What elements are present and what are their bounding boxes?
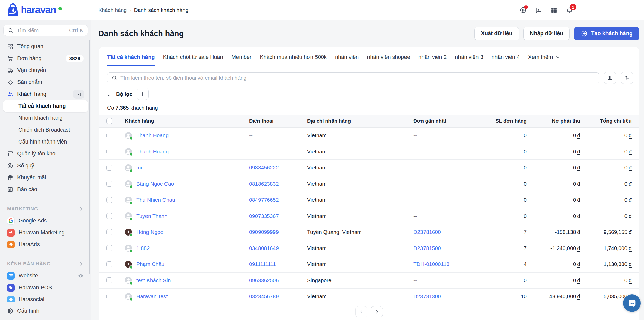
phone-cell[interactable]: 0933456222 [249,165,307,171]
sidebar-item-s-qu[interactable]: Sổ quỹ [0,160,91,172]
last-order-cell[interactable]: D23781500 [413,245,475,251]
tab-nh-n-vi-n-2[interactable]: nhân viên 2 [418,48,447,66]
sidebar-section-marketing: MARKETING [0,203,91,215]
phone-cell[interactable]: 0348081649 [249,245,307,251]
sidebar-item-s-n-ph-m[interactable]: Sản phẩm [0,76,91,88]
tab-t-t-c-kh-ch-h-ng[interactable]: Tất cả khách hàng [107,48,155,66]
tab-nh-n-vi-n-shopee[interactable]: nhân viên shopee [367,48,410,66]
sidebar-item-website[interactable]: Website [0,270,91,282]
select-all-checkbox[interactable] [106,118,112,124]
feedback-message-button[interactable] [535,7,542,14]
sidebar-item-n-h-ng[interactable]: Đơn hàng3826 [0,52,91,64]
customer-name-link[interactable]: Tuyen Thanh [136,213,168,219]
sidebar-subitem-nh-m-kh-ch-h-ng[interactable]: Nhóm khách hàng [0,112,91,124]
customer-name-link[interactable]: test Khách Sin [136,277,171,283]
customer-name-link[interactable]: Haravan Test [136,293,168,299]
customer-name-link[interactable]: Hồng Ngọc [136,229,163,235]
customer-name-link[interactable]: Thanh Hoang [136,132,169,138]
sidebar-item-label: Đơn hàng [17,55,66,62]
phone-cell[interactable]: 0909099999 [249,229,307,235]
row-checkbox[interactable] [106,277,112,283]
row-checkbox[interactable] [106,165,112,171]
row-checkbox[interactable] [106,133,112,138]
sidebar-item-harasocial[interactable]: Harasocial [0,294,91,302]
sidebar-subitem-t-t-c-kh-ch-h-ng[interactable]: Tất cả khách hàng [3,100,88,112]
nh-p-d-li-u-button[interactable]: Nhập dữ liệu [523,27,570,40]
xu-t-d-li-u-button[interactable]: Xuất dữ liệu [474,27,519,40]
sidebar-scrollbar[interactable] [89,40,90,274]
haravan-logo[interactable]: haravan [6,3,62,17]
chevron-right-icon[interactable] [79,261,84,266]
row-checkbox[interactable] [106,149,112,154]
tab-member[interactable]: Member [231,48,251,66]
add-filter-button[interactable] [137,88,149,100]
customer-name-link[interactable]: Thu Nhien Chau [136,197,175,203]
customer-name-link[interactable]: Bâng Ngọc Cao [136,181,174,187]
customer-search-input[interactable]: Tìm kiếm theo tên, số điện thoại và emai… [107,72,599,83]
order-count-cell: 4 [475,261,527,267]
sidebar-item-haravan-marketing[interactable]: Haravan Marketing [0,227,91,239]
customer-name-link[interactable]: Thanh Hoang [136,149,169,155]
phone-cell[interactable]: 0907335367 [249,213,307,219]
phone-cell[interactable]: 0911111111 [249,261,307,267]
sidebar-item-google-ads[interactable]: Google Ads [0,215,91,227]
phone-cell[interactable]: 0323456789 [249,293,307,299]
debt-cell: 0đ [527,181,580,187]
sidebar-item-khuy-n-m-i[interactable]: Khuyến mãi [0,172,91,184]
customer-name-link[interactable]: Phạm Châu [136,261,164,267]
tab-label: Xem thêm [528,54,553,60]
sidebar-item-v-n-chuy-n[interactable]: Vận chuyển [0,64,91,76]
tab-kh-ch-mua-nhi-u-h-n-500k[interactable]: Khách mua nhiều hơn 500k [260,48,327,66]
row-checkbox[interactable] [106,181,112,187]
customer-name-link[interactable]: mi [136,165,142,171]
column-header-i-n-tho-i: Điện thoại [249,118,307,124]
row-checkbox[interactable] [106,294,112,299]
sidebar-item-settings[interactable]: Cấu hình [0,302,91,320]
breadcrumb-parent[interactable]: Khách hàng [98,7,127,13]
sort-button[interactable] [621,72,633,84]
order-count-cell: 0 [475,165,527,171]
chat-widget-button[interactable] [623,294,641,312]
row-checkbox[interactable] [106,197,112,203]
pagination-next-button[interactable] [371,306,383,317]
notifications-bell-button[interactable]: 1 [566,7,573,14]
sidebar-item-haraads[interactable]: HaraAds [0,239,91,251]
sidebar-item-label: Website [19,273,78,279]
row-checkbox[interactable] [106,229,112,235]
sidebar-subitem-c-u-h-nh-th-nh-vi-n[interactable]: Cấu hình thành viên [0,136,91,148]
pagination-prev-button[interactable] [355,306,367,317]
filter-button[interactable]: Bộ lọc [107,91,132,97]
sidebar-item-b-o-c-o[interactable]: Báo cáo [0,184,91,195]
open-panel-icon[interactable] [73,90,84,99]
last-order-cell[interactable]: D23781300 [413,293,475,299]
eye-icon[interactable] [78,273,84,279]
customer-name-link[interactable]: 1 882 [136,245,150,251]
last-order-cell[interactable]: TDH-01000118 [413,261,475,267]
row-checkbox[interactable] [106,213,112,219]
last-order-cell[interactable]: D23781600 [413,229,475,235]
phone-cell[interactable]: 0849776652 [249,197,307,203]
tab-nh-n-vi-n[interactable]: nhân viên [335,48,359,66]
sidebar-search-input[interactable]: Tìm kiếm Ctrl K [3,25,88,36]
tab-kh-ch-ch-t-t-sale-hu-n[interactable]: Khách chốt từ sale Huân [163,48,223,66]
sidebar-item-qu-n-l-t-n-kho[interactable]: Quản lý tồn kho [0,148,91,160]
tab-nh-n-vi-n-3[interactable]: nhân viên 3 [455,48,483,66]
sidebar-subitem-chi-n-d-ch-broadcast[interactable]: Chiến dịch Broadcast [0,124,91,136]
tab-xem-th-m[interactable]: Xem thêm [528,48,560,66]
chevron-right-icon[interactable] [79,206,84,211]
columns-settings-button[interactable] [604,72,616,84]
phone-cell[interactable]: 0963362506 [249,277,307,283]
tab-nh-n-vi-n-4[interactable]: nhân viên 4 [491,48,520,66]
sidebar-item-haravan-pos[interactable]: Haravan POS [0,282,91,294]
sidebar-item-t-ng-quan[interactable]: Tổng quan [0,41,91,52]
chevron-left-icon [359,310,364,314]
row-checkbox[interactable] [106,245,112,251]
phone-cell[interactable]: 0818623832 [249,181,307,187]
t-o-kh-ch-h-ng-button[interactable]: Tạo khách hàng [574,27,639,40]
sidebar-item-label: Sản phẩm [17,79,84,85]
row-checkbox[interactable] [106,261,112,267]
activity-sync-button[interactable] [520,7,527,14]
apps-grid-button[interactable] [550,7,558,14]
customer-table: Khách hàngĐiện thoạiĐịa chỉ nhận hàngĐơn… [99,115,639,320]
sidebar-item-kh-ch-h-ng[interactable]: Khách hàng [0,88,91,100]
